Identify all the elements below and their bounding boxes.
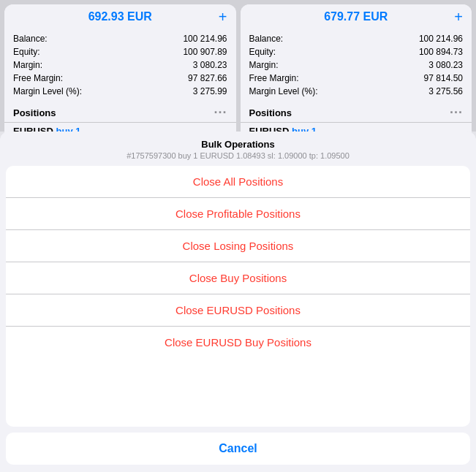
- bulk-title: Bulk Operations: [241, 132, 472, 151]
- account-row: Free Margin:97 827.66: [13, 72, 227, 85]
- right-positions-label: Positions: [249, 107, 292, 118]
- left-title: 692.93 EUR: [88, 10, 152, 23]
- bulk-modal-inner: Bulk Operations #1757597300 buy 1 EURUSD…: [241, 132, 472, 468]
- right-account-info: Balance:100 214.96Equity:100 894.73Margi…: [241, 29, 472, 102]
- right-positions-dots[interactable]: ···: [450, 105, 463, 121]
- right-panel: 679.77 EUR + Balance:100 214.96Equity:10…: [241, 4, 472, 468]
- left-positions-dots[interactable]: ···: [214, 105, 227, 121]
- right-add-button[interactable]: +: [454, 9, 463, 26]
- bulk-subtitle: #1757597300 buy 1 EURUSD 1.08493 sl: 1.0…: [241, 151, 472, 166]
- right-header: 679.77 EUR +: [241, 4, 472, 29]
- left-positions-header: Positions ···: [4, 102, 236, 122]
- bulk-op-item-5[interactable]: Close EURUSD Buy Positions: [241, 326, 471, 358]
- account-row: Margin Level (%):3 275.56: [249, 85, 464, 98]
- left-header: 692.93 EUR +: [4, 4, 236, 29]
- account-row: Equity:100 894.73: [249, 45, 464, 58]
- bulk-cancel-button[interactable]: Cancel: [241, 433, 471, 465]
- bulk-op-item-1[interactable]: Close Profitable Positions: [241, 197, 471, 229]
- left-positions-label: Positions: [13, 107, 56, 118]
- bulk-op-item-4[interactable]: Close EURUSD Positions: [241, 294, 471, 326]
- account-row: Margin:3 080.23: [249, 58, 464, 72]
- account-row: Margin:3 080.23: [13, 58, 227, 72]
- account-row: Equity:100 907.89: [13, 45, 227, 58]
- bulk-op-item-2[interactable]: Close Losing Positions: [241, 229, 471, 262]
- right-title: 679.77 EUR: [324, 10, 388, 23]
- bulk-op-item-3[interactable]: Close Buy Positions: [241, 262, 471, 294]
- bulk-ops-list: Close All PositionsClose Profitable Posi…: [241, 166, 471, 427]
- left-account-info: Balance:100 214.96Equity:100 907.89Margi…: [4, 29, 236, 102]
- account-row: Free Margin:97 814.50: [249, 72, 464, 85]
- left-add-button[interactable]: +: [219, 9, 227, 26]
- account-row: Balance:100 214.96: [13, 32, 227, 45]
- account-row: Balance:100 214.96: [249, 32, 464, 45]
- bulk-modal: Bulk Operations #1757597300 buy 1 EURUSD…: [241, 132, 472, 468]
- right-positions-header: Positions ···: [241, 102, 472, 122]
- bulk-op-item-0[interactable]: Close All Positions: [241, 166, 471, 197]
- account-row: Margin Level (%):3 275.99: [13, 85, 227, 98]
